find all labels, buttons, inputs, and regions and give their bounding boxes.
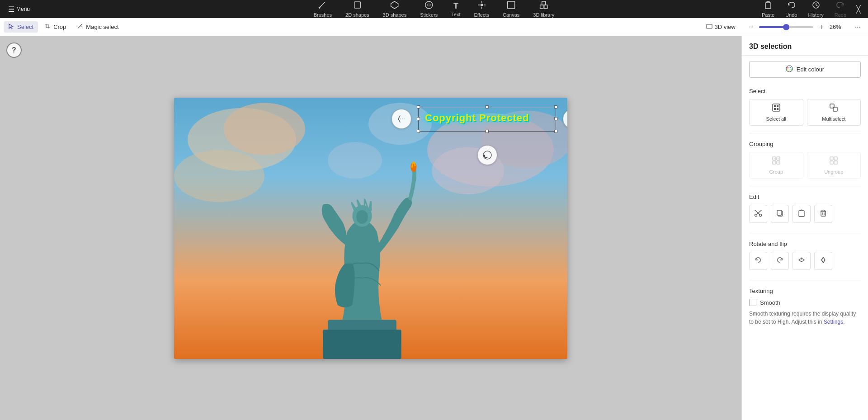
magic-select-label: Magic select [86, 24, 118, 30]
redo-button[interactable]: Redo [830, 0, 851, 19]
svg-rect-45 [830, 157, 833, 160]
tool-3d-shapes[interactable]: 3D shapes [377, 0, 413, 19]
multiselect-button[interactable]: Multiselect [807, 99, 861, 126]
svg-rect-54 [821, 211, 826, 216]
flip-horizontal-button[interactable] [793, 252, 811, 270]
rotate-left-button[interactable] [749, 252, 767, 270]
undo-button[interactable]: Undo [781, 0, 802, 19]
grouping-section: Grouping Group Ungroup [742, 136, 868, 183]
menu-label: Menu [16, 6, 30, 12]
crop-tool-label: Crop [53, 24, 66, 30]
3d-library-icon [539, 0, 548, 11]
3d-shapes-icon [390, 0, 399, 11]
flip-horizontal-icon [797, 256, 806, 266]
zoom-out-button[interactable]: − [745, 22, 756, 33]
svg-rect-5 [540, 5, 543, 9]
tool-text-label: Text [451, 12, 460, 17]
svg-rect-34 [774, 105, 776, 107]
paste-icon [764, 0, 773, 11]
statue-svg [276, 124, 448, 359]
stickers-icon [425, 0, 434, 11]
tool-effects-label: Effects [474, 12, 489, 18]
redo-icon [836, 0, 845, 11]
svg-point-30 [789, 67, 791, 68]
tool-canvas-label: Canvas [503, 12, 519, 18]
paste-button[interactable]: Paste [757, 0, 779, 19]
help-button[interactable]: ? [6, 42, 22, 58]
menu-button[interactable]: ☰ Menu [4, 5, 34, 14]
smooth-label: Smooth [760, 299, 780, 306]
svg-rect-10 [707, 24, 712, 28]
svg-point-31 [790, 69, 792, 70]
toolbar-tools: Brushes 2D shapes 3D shapes Stickers T T… [307, 0, 561, 19]
multiselect-icon [829, 103, 838, 114]
tool-3d-library-label: 3D library [533, 12, 554, 18]
menu-icon: ☰ [8, 5, 14, 14]
svg-rect-8 [765, 3, 771, 9]
zoom-out-icon: − [749, 23, 753, 31]
delete-button[interactable] [814, 205, 832, 223]
ungroup-button[interactable]: Ungroup [807, 152, 861, 179]
edit-color-label: Edit colour [797, 66, 824, 73]
history-label: History [808, 12, 823, 18]
tool-effects[interactable]: Effects [468, 0, 495, 19]
top-toolbar: ☰ Menu Brushes 2D shapes 3D shapes Sti [0, 0, 868, 18]
smooth-row: Smooth [749, 299, 861, 306]
svg-rect-20 [323, 330, 401, 359]
rotate-flip-section: Rotate and flip [742, 236, 868, 277]
tool-brushes[interactable]: Brushes [307, 0, 338, 19]
main-area: ? [0, 36, 868, 420]
edit-color-button[interactable]: Edit colour [749, 61, 861, 78]
zoom-slider[interactable] [759, 26, 813, 28]
zoom-in-button[interactable]: + [816, 22, 827, 33]
tool-2d-shapes[interactable]: 2D shapes [339, 0, 376, 19]
secondary-toolbar: Select Crop Magic select 3D view − + 26%… [0, 18, 868, 36]
crop-tool-button[interactable]: Crop [40, 21, 71, 33]
grouping-section-title: Grouping [749, 141, 861, 147]
window-close-button[interactable]: ╳ [853, 3, 864, 15]
tool-text[interactable]: T Text [445, 0, 467, 19]
tool-stickers-label: Stickers [420, 12, 438, 18]
svg-rect-7 [542, 1, 546, 5]
divider-4 [749, 280, 861, 280]
panel-title: 3D selection [742, 36, 868, 56]
flip-vertical-button[interactable] [814, 252, 832, 270]
magic-select-button[interactable]: Magic select [72, 21, 123, 33]
canvas-icon [507, 0, 516, 11]
text-icon: T [453, 1, 458, 11]
edit-section-title: Edit [749, 193, 861, 200]
crop-tool-icon [44, 23, 51, 31]
tool-stickers[interactable]: Stickers [414, 0, 444, 19]
select-tool-button[interactable]: Select [4, 21, 38, 33]
zoom-slider-thumb[interactable] [783, 24, 789, 30]
right-panel: 3D selection Edit colour Select Select a… [741, 36, 868, 420]
view-3d-button[interactable]: 3D view [702, 21, 740, 33]
svg-point-2 [425, 1, 433, 9]
tool-canvas[interactable]: Canvas [496, 0, 526, 19]
cut-button[interactable] [749, 205, 767, 223]
tool-3d-library[interactable]: 3D library [527, 0, 561, 19]
copy-button[interactable] [771, 205, 789, 223]
select-grid: Select all Multiselect [749, 99, 861, 126]
more-options-button[interactable]: ··· [851, 21, 864, 33]
paste-panel-button[interactable] [793, 205, 811, 223]
svg-point-23 [356, 210, 368, 223]
history-icon [811, 0, 821, 11]
svg-rect-4 [508, 1, 515, 9]
group-button[interactable]: Group [749, 152, 803, 179]
undo-icon [787, 0, 796, 11]
edit-section: Edit [742, 189, 868, 230]
view-3d-icon [706, 23, 712, 31]
settings-link[interactable]: Settings. [824, 319, 845, 325]
cut-icon [754, 209, 762, 219]
history-button[interactable]: History [803, 0, 828, 19]
smooth-note-text: Smooth texturing requires the display qu… [749, 311, 856, 325]
smooth-checkbox[interactable] [749, 299, 756, 306]
tool-2d-shapes-label: 2D shapes [345, 12, 369, 18]
zoom-percent: 26% [830, 24, 846, 30]
select-all-button[interactable]: Select all [749, 99, 803, 126]
texturing-section: Texturing Smooth Smooth texturing requir… [742, 283, 868, 330]
2d-shapes-icon [353, 0, 362, 11]
canvas-area[interactable]: ? [0, 36, 741, 420]
rotate-right-button[interactable] [771, 252, 789, 270]
